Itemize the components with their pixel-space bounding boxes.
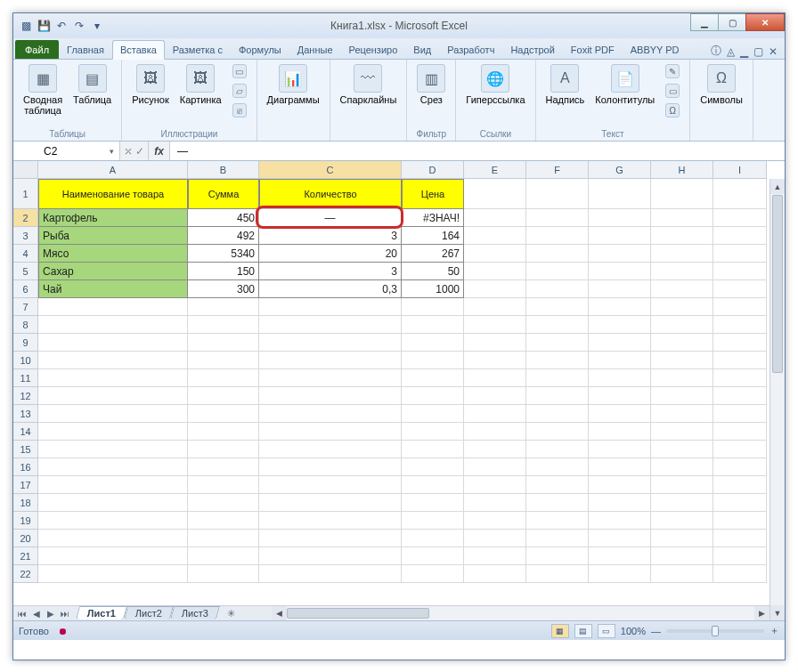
- cell[interactable]: [402, 494, 464, 512]
- tab-abbyy pd[interactable]: ABBYY PD: [623, 40, 688, 59]
- cell[interactable]: [651, 547, 713, 565]
- cell[interactable]: [259, 512, 402, 530]
- column-header[interactable]: D: [402, 161, 464, 179]
- row-header[interactable]: 16: [13, 458, 38, 476]
- cell[interactable]: [464, 369, 526, 387]
- cell[interactable]: [526, 316, 589, 334]
- cell[interactable]: [651, 352, 713, 369]
- cell[interactable]: [589, 547, 651, 565]
- cell[interactable]: [526, 179, 589, 209]
- cell[interactable]: [464, 476, 526, 494]
- macro-record-icon[interactable]: ⏺: [58, 626, 68, 636]
- cell[interactable]: [464, 441, 526, 458]
- hscroll-thumb[interactable]: [287, 608, 429, 619]
- doc-close-icon[interactable]: ✕: [769, 45, 778, 58]
- cell[interactable]: [402, 387, 464, 405]
- cell[interactable]: [526, 494, 589, 512]
- cell[interactable]: [526, 334, 589, 352]
- zoom-out-icon[interactable]: —: [651, 626, 661, 636]
- row-header[interactable]: 14: [13, 423, 38, 441]
- cell[interactable]: 492: [188, 227, 259, 245]
- sheet-tab[interactable]: Лист2: [124, 606, 174, 619]
- cell[interactable]: [713, 423, 767, 441]
- cell[interactable]: [526, 280, 589, 298]
- cell[interactable]: [589, 334, 651, 352]
- cell[interactable]: [188, 547, 259, 565]
- cell[interactable]: [402, 352, 464, 369]
- cell[interactable]: [259, 565, 402, 583]
- cell[interactable]: [464, 405, 526, 423]
- row-header[interactable]: 15: [13, 441, 38, 458]
- column-header[interactable]: A: [38, 161, 188, 179]
- cell[interactable]: #ЗНАЧ!: [402, 209, 464, 227]
- cell[interactable]: [526, 298, 589, 316]
- scroll-up-icon[interactable]: ▲: [770, 179, 785, 194]
- cell[interactable]: [402, 298, 464, 316]
- qat-undo-icon[interactable]: ↶: [54, 19, 69, 33]
- cell[interactable]: [526, 441, 589, 458]
- cell[interactable]: [526, 387, 589, 405]
- cell[interactable]: Рыба: [38, 227, 188, 245]
- cell[interactable]: [651, 494, 713, 512]
- cell[interactable]: [713, 369, 767, 387]
- cell[interactable]: [651, 458, 713, 476]
- row-header[interactable]: 1: [13, 179, 38, 209]
- name-box[interactable]: C2: [13, 142, 120, 160]
- cell[interactable]: [38, 476, 188, 494]
- maximize-button[interactable]: [718, 13, 746, 31]
- cell[interactable]: [188, 476, 259, 494]
- cell[interactable]: 5340: [188, 245, 259, 263]
- cell[interactable]: [589, 298, 651, 316]
- sheet-first-icon[interactable]: ⏮: [15, 609, 29, 619]
- cell[interactable]: [259, 405, 402, 423]
- cell[interactable]: [259, 352, 402, 369]
- tab-foxit pdf[interactable]: Foxit PDF: [563, 40, 623, 59]
- select-all-corner[interactable]: [13, 161, 38, 179]
- cell[interactable]: [589, 280, 651, 298]
- cell[interactable]: [188, 458, 259, 476]
- row-header[interactable]: 8: [13, 316, 38, 334]
- cell[interactable]: [38, 530, 188, 547]
- ribbon-help-icon[interactable]: ⓘ: [711, 44, 721, 59]
- ribbon-button[interactable]: 📄Колонтитулы: [590, 61, 659, 108]
- cell[interactable]: [651, 441, 713, 458]
- vertical-scrollbar[interactable]: ▲ ▼: [770, 179, 785, 620]
- cell[interactable]: [259, 547, 402, 565]
- cell[interactable]: [259, 530, 402, 547]
- cell[interactable]: [259, 298, 402, 316]
- tab-вид[interactable]: Вид: [405, 40, 439, 59]
- cell[interactable]: [713, 334, 767, 352]
- cell[interactable]: [402, 369, 464, 387]
- cell[interactable]: [713, 316, 767, 334]
- cell[interactable]: [651, 512, 713, 530]
- cell[interactable]: [651, 423, 713, 441]
- row-header[interactable]: 13: [13, 405, 38, 423]
- qat-save-icon[interactable]: 💾: [37, 19, 51, 33]
- cell[interactable]: [589, 565, 651, 583]
- doc-restore-icon[interactable]: ▢: [753, 45, 763, 58]
- view-normal-icon[interactable]: ▦: [551, 624, 569, 638]
- cell[interactable]: [38, 512, 188, 530]
- ribbon-mini-button[interactable]: Ω: [661, 101, 684, 120]
- ribbon-button[interactable]: 〰Спарклайны: [336, 61, 402, 108]
- cell[interactable]: [259, 387, 402, 405]
- minimize-button[interactable]: [690, 13, 719, 31]
- row-header[interactable]: 3: [13, 227, 38, 245]
- row-header[interactable]: 10: [13, 352, 38, 369]
- cell[interactable]: [589, 352, 651, 369]
- tab-надстрой[interactable]: Надстрой: [502, 40, 562, 59]
- cell[interactable]: [526, 476, 589, 494]
- cell[interactable]: [464, 227, 526, 245]
- cell[interactable]: 164: [402, 227, 464, 245]
- ribbon-button[interactable]: 📊Диаграммы: [263, 61, 324, 108]
- scroll-left-icon[interactable]: ◀: [272, 606, 287, 621]
- cell[interactable]: [589, 441, 651, 458]
- cell[interactable]: Цена: [402, 179, 464, 209]
- sheet-next-icon[interactable]: ▶: [44, 609, 58, 619]
- cell[interactable]: [188, 298, 259, 316]
- cell[interactable]: [589, 387, 651, 405]
- cell[interactable]: [651, 209, 713, 227]
- qat-redo-icon[interactable]: ↷: [72, 19, 86, 33]
- cell[interactable]: [402, 547, 464, 565]
- cell[interactable]: Количество: [259, 179, 402, 209]
